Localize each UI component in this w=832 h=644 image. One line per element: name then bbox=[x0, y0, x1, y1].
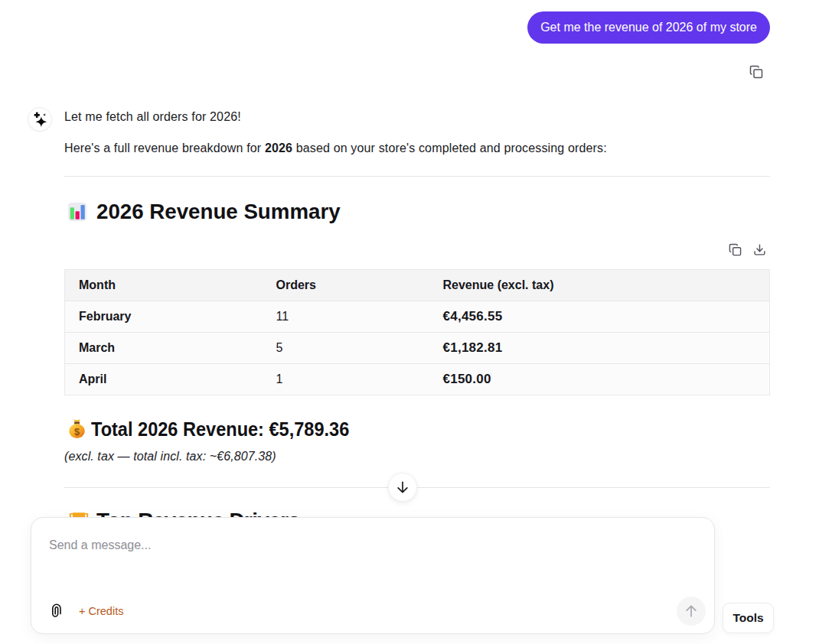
svg-text:$: $ bbox=[74, 427, 80, 437]
